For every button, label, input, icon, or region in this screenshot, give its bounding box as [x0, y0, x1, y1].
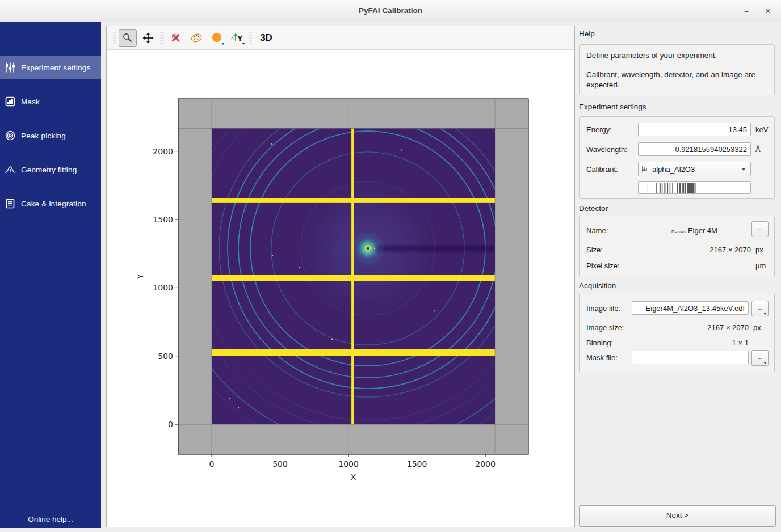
dropdown-caret: [763, 313, 767, 315]
detector-vendor: Dectris: [671, 229, 686, 234]
mask-icon: [5, 96, 16, 107]
image-file-label: Image file:: [586, 304, 632, 313]
diffraction-image-plot[interactable]: 05001000150020000500100015002000XY: [107, 49, 576, 530]
help-text-line1: Define parameters of your experiment.: [586, 50, 767, 61]
mask-color-button[interactable]: [208, 29, 226, 47]
list-document-icon: [5, 198, 16, 209]
detector-section-title: Detector: [579, 204, 608, 213]
pyfai-calibration-window: PyFAI Calibration – ✕ Experiment setting…: [0, 0, 781, 532]
palette-icon: [190, 32, 203, 44]
sidebar-item-label: Peak picking: [21, 132, 66, 140]
peak-curve-icon: [5, 164, 16, 175]
dropdown-caret: [242, 43, 245, 45]
detector-box: Name: DectrisEiger 4M ... Size: 2167 × 2…: [579, 216, 775, 277]
sidebar-item-peak-picking[interactable]: Peak picking: [0, 124, 101, 147]
zoom-reset-icon: [170, 32, 182, 44]
toolbar-drag-handle[interactable]: [249, 32, 253, 44]
svg-text:1000: 1000: [153, 283, 173, 292]
toolbar-drag-handle[interactable]: [160, 32, 164, 44]
dropdown-caret: [763, 362, 767, 364]
svg-text:a: a: [231, 36, 234, 41]
plot-panel: a Y 3D 05001000150020000500100015002000X…: [106, 26, 575, 527]
image-size-unit: px: [753, 323, 761, 332]
pan-arrows-icon: [142, 32, 154, 44]
window-title: PyFAI Calibration: [0, 6, 781, 15]
svg-text:2000: 2000: [153, 147, 173, 156]
acquisition-section-title: Acquisition: [579, 281, 616, 290]
experiment-section-title: Experiment settings: [579, 103, 646, 111]
svg-text:Y: Y: [136, 274, 145, 280]
orange-circle-icon: [211, 32, 222, 44]
detector-name-value: DectrisEiger 4M: [638, 226, 751, 235]
mask-file-input[interactable]: [632, 351, 749, 364]
image-size-label: Image size:: [586, 323, 632, 332]
calibrant-value: alpha_Al2O3: [652, 165, 741, 174]
detector-size-unit: px: [755, 246, 763, 254]
y-axis-icon: a Y: [231, 32, 243, 44]
energy-unit: keV: [755, 125, 768, 134]
online-help-link[interactable]: Online help...: [0, 515, 101, 523]
svg-text:0: 0: [209, 459, 215, 468]
help-text-line2: Calibrant, wavelength, detector, and an …: [586, 70, 767, 90]
sidebar-item-label: Geometry fitting: [21, 166, 77, 174]
image-file-browse-button[interactable]: ...: [751, 301, 769, 316]
pixel-size-label: Pixel size:: [586, 261, 638, 270]
sidebar-item-label: Mask: [21, 98, 40, 106]
experiment-settings-box: Energy: keV Wavelength: Å Calibrant: alp…: [579, 116, 775, 199]
binning-label: Binning:: [586, 339, 632, 347]
view-3d-button[interactable]: 3D: [256, 29, 276, 47]
calibrant-label: Calibrant:: [586, 165, 638, 174]
pan-tool-button[interactable]: [139, 29, 157, 47]
detector-size-label: Size:: [586, 246, 638, 254]
plot-toolbar: a Y 3D: [107, 26, 574, 50]
calibrant-rings-preview: [638, 181, 751, 194]
svg-text:1000: 1000: [338, 459, 359, 468]
energy-input[interactable]: [638, 123, 751, 136]
image-size-value: 2167 × 2070: [632, 323, 749, 332]
calibrant-dropdown[interactable]: alpha_Al2O3: [638, 162, 751, 176]
binning-value: 1 × 1: [632, 339, 749, 347]
next-button[interactable]: Next >: [579, 505, 776, 527]
settings-panel: Help Define parameters of your experimen…: [575, 22, 781, 532]
detector-size-value: 2167 × 2070: [638, 246, 751, 254]
sidebar-item-mask[interactable]: Mask: [0, 90, 101, 113]
toolbar-drag-handle[interactable]: [112, 32, 116, 44]
svg-text:X: X: [351, 472, 356, 482]
zoom-reset-button[interactable]: [167, 29, 185, 47]
colormap-button[interactable]: [187, 29, 205, 47]
sidebar-item-label: Cake & integration: [21, 200, 86, 208]
task-sidebar: Experiment settings Mask Peak picking: [0, 22, 101, 528]
image-file-input[interactable]: [632, 301, 749, 315]
svg-text:500: 500: [272, 459, 288, 468]
dropdown-caret: [221, 43, 225, 45]
wavelength-unit: Å: [755, 145, 761, 154]
histogram-icon: [642, 166, 649, 172]
sidebar-item-geometry-fitting[interactable]: Geometry fitting: [0, 158, 101, 181]
wavelength-label: Wavelength:: [586, 145, 638, 154]
svg-text:Y: Y: [237, 34, 243, 43]
concentric-rings-icon: [5, 130, 16, 141]
energy-label: Energy:: [586, 125, 638, 134]
help-box: Define parameters of your experiment. Ca…: [579, 44, 775, 95]
svg-text:2000: 2000: [475, 459, 496, 468]
title-bar: PyFAI Calibration – ✕: [0, 0, 781, 22]
mask-file-label: Mask file:: [586, 353, 632, 362]
detector-more-button[interactable]: ...: [751, 221, 769, 237]
mask-file-browse-button[interactable]: ...: [751, 350, 769, 366]
minimize-button[interactable]: –: [740, 6, 753, 17]
detector-name-label: Name:: [586, 226, 638, 235]
svg-text:1500: 1500: [153, 215, 173, 224]
chevron-down-icon: [741, 168, 746, 171]
svg-text:500: 500: [158, 352, 173, 361]
acquisition-box: Image file: ... Image size: 2167 × 2070 …: [579, 293, 775, 373]
sidebar-item-cake-integration[interactable]: Cake & integration: [0, 192, 101, 215]
svg-text:1500: 1500: [407, 459, 427, 468]
y-axis-orientation-button[interactable]: a Y: [228, 29, 246, 47]
sidebar-item-experiment-settings[interactable]: Experiment settings: [0, 56, 101, 79]
close-button[interactable]: ✕: [762, 6, 774, 17]
zoom-tool-button[interactable]: [119, 29, 137, 47]
wavelength-input[interactable]: [638, 142, 751, 156]
sidebar-item-label: Experiment settings: [21, 64, 90, 72]
magnifier-icon: [122, 32, 133, 44]
sliders-icon: [5, 62, 16, 73]
